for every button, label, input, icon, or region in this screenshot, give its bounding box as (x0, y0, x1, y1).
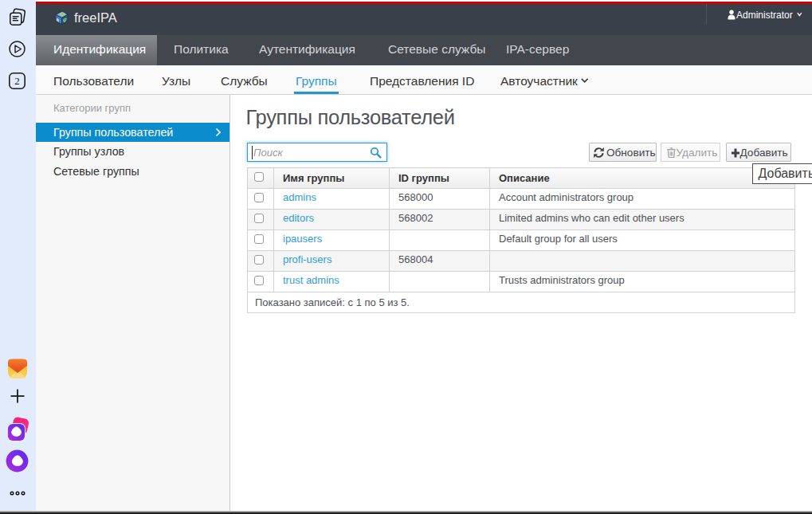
svg-text:2: 2 (14, 75, 20, 87)
